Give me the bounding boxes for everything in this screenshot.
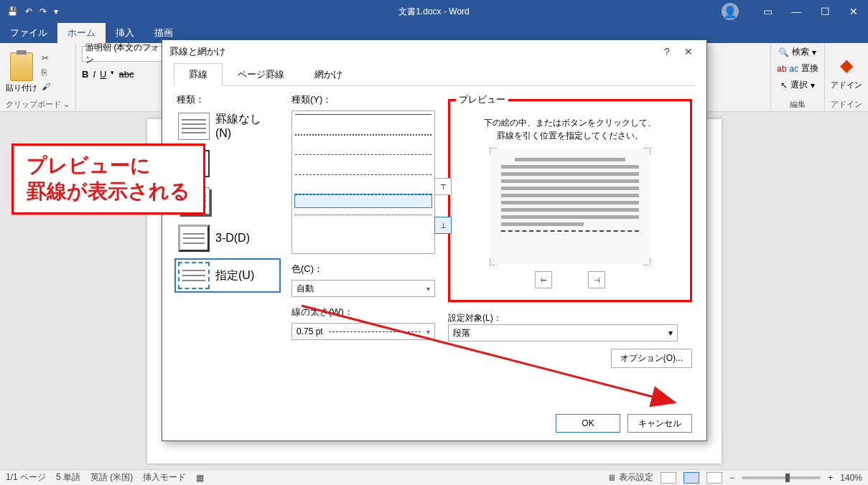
annotation-text: プレビューに 罫線が表示される bbox=[27, 153, 190, 205]
type-custom-icon bbox=[178, 262, 210, 289]
view-read-button[interactable] bbox=[661, 472, 676, 484]
undo-icon[interactable]: ↶ bbox=[25, 6, 32, 17]
annotation-callout: プレビューに 罫線が表示される bbox=[11, 143, 205, 215]
display-settings[interactable]: 🖥 表示設定 bbox=[607, 471, 653, 484]
zoom-percent[interactable]: 140% bbox=[840, 473, 862, 483]
clipboard-group: 貼り付け ✂ ⎘ 🖌 クリップボード ⌄ bbox=[0, 43, 76, 111]
dialog-title: 罫線と網かけ bbox=[169, 45, 225, 58]
dialog-close-button[interactable]: ✕ bbox=[678, 46, 699, 57]
tab-shading[interactable]: 網かけ bbox=[299, 63, 358, 85]
preview-top-border-button[interactable]: ⊤ bbox=[434, 178, 452, 195]
chevron-down-icon: ▾ bbox=[668, 328, 673, 338]
type-3d-icon bbox=[178, 225, 210, 252]
status-macro-icon[interactable]: ▦ bbox=[196, 473, 204, 483]
document-title: 文書1.docx - Word bbox=[398, 6, 469, 18]
title-bar: 💾 ↶ ↷ ▾ 文書1.docx - Word 👤 ▭ — ☐ ✕ bbox=[0, 0, 868, 23]
maximize-button[interactable]: ☐ bbox=[811, 0, 839, 23]
style-solid[interactable] bbox=[295, 114, 431, 127]
user-avatar-icon[interactable]: 👤 bbox=[722, 3, 739, 20]
zoom-slider[interactable] bbox=[742, 476, 821, 479]
cut-icon[interactable]: ✂ bbox=[42, 53, 50, 63]
close-button[interactable]: ✕ bbox=[839, 0, 868, 23]
status-mode[interactable]: 挿入モード bbox=[143, 471, 186, 484]
addin-group: ◆ アドイン アドイン bbox=[824, 43, 868, 111]
color-label: 色(C)： bbox=[291, 263, 435, 276]
tab-border[interactable]: 罫線 bbox=[174, 63, 223, 86]
editing-group: 🔍 検索 ▾ abac 置換 ↖ 選択 ▾ 編集 bbox=[770, 43, 824, 111]
dialog-tabs: 罫線 ページ罫線 網かけ bbox=[174, 63, 695, 86]
dialog-help-button[interactable]: ? bbox=[656, 46, 678, 57]
view-web-button[interactable] bbox=[706, 472, 722, 484]
tab-insert[interactable]: 挿入 bbox=[106, 23, 144, 43]
italic-button[interactable]: I bbox=[93, 69, 95, 80]
color-value: 自動 bbox=[297, 283, 314, 295]
line-style-list[interactable] bbox=[291, 110, 435, 254]
tab-page-border[interactable]: ページ罫線 bbox=[223, 63, 299, 85]
preview-group: プレビュー 下の絵の中、またはボタンをクリックして、 罫線を引く位置を指定してく… bbox=[448, 93, 692, 302]
type-custom-label: 指定(U) bbox=[215, 268, 254, 283]
qat-dropdown-icon[interactable]: ▾ bbox=[54, 6, 58, 17]
preview-canvas[interactable] bbox=[491, 149, 649, 264]
chevron-down-icon: ▾ bbox=[426, 328, 430, 336]
type-none-label: 罫線なし(N) bbox=[215, 112, 277, 140]
width-sample-line bbox=[329, 331, 421, 332]
type-3d-label: 3-D(D) bbox=[215, 232, 250, 245]
style-dashed[interactable] bbox=[295, 154, 431, 167]
status-words[interactable]: 5 単語 bbox=[56, 471, 80, 484]
paste-icon[interactable] bbox=[10, 52, 33, 81]
status-language[interactable]: 英語 (米国) bbox=[90, 471, 133, 484]
preview-left-border-button[interactable]: ⊢ bbox=[535, 271, 552, 288]
quick-access-toolbar: 💾 ↶ ↷ ▾ bbox=[0, 6, 58, 17]
bold-button[interactable]: B bbox=[82, 69, 88, 80]
type-none[interactable]: 罫線なし(N) bbox=[177, 110, 279, 141]
preview-hint: 下の絵の中、またはボタンをクリックして、 罫線を引く位置を指定してください。 bbox=[459, 116, 681, 142]
dialog-titlebar: 罫線と網かけ ? ✕ bbox=[162, 40, 706, 63]
replace-button[interactable]: abac 置換 bbox=[777, 62, 818, 75]
editing-group-label: 編集 bbox=[777, 99, 818, 110]
addin-icon[interactable]: ◆ bbox=[840, 55, 853, 75]
status-page[interactable]: 1/1 ページ bbox=[6, 471, 46, 484]
save-icon[interactable]: 💾 bbox=[7, 6, 18, 17]
font-name-combo[interactable]: 游明朝 (本文のフォン bbox=[82, 46, 168, 62]
minimize-button[interactable]: — bbox=[782, 0, 811, 23]
window-controls: 👤 ▭ — ☐ ✕ bbox=[722, 0, 868, 23]
copy-icon[interactable]: ⎘ bbox=[42, 67, 50, 77]
width-label: 線の太さ(W)： bbox=[291, 306, 435, 319]
view-print-button[interactable] bbox=[683, 472, 699, 484]
options-button[interactable]: オプション(O)... bbox=[611, 349, 692, 368]
preview-bottom-border-button[interactable]: ⊥ bbox=[434, 217, 452, 234]
paste-label[interactable]: 貼り付け bbox=[6, 83, 37, 93]
underline-dropdown-icon[interactable]: ▾ bbox=[111, 69, 114, 80]
preview-right-border-button[interactable]: ⊣ bbox=[588, 271, 605, 288]
tab-file[interactable]: ファイル bbox=[0, 23, 57, 43]
format-painter-icon[interactable]: 🖌 bbox=[42, 82, 50, 92]
type-custom[interactable]: 指定(U) bbox=[177, 260, 279, 291]
ribbon-display-button[interactable]: ▭ bbox=[753, 0, 782, 23]
zoom-in-button[interactable]: + bbox=[828, 473, 833, 483]
cancel-button[interactable]: キャンセル bbox=[627, 414, 692, 433]
width-combo[interactable]: 0.75 pt ▾ bbox=[291, 323, 435, 340]
addin-label[interactable]: アドイン bbox=[831, 80, 862, 90]
zoom-slider-thumb[interactable] bbox=[785, 474, 790, 482]
zoom-out-button[interactable]: − bbox=[729, 473, 734, 483]
redo-icon[interactable]: ↷ bbox=[39, 6, 47, 17]
style-dash-long[interactable] bbox=[295, 174, 431, 187]
type-3d[interactable]: 3-D(D) bbox=[177, 223, 279, 253]
underline-button[interactable]: U bbox=[100, 69, 106, 80]
find-button[interactable]: 🔍 検索 ▾ bbox=[778, 46, 816, 58]
select-button[interactable]: ↖ 選択 ▾ bbox=[780, 79, 815, 91]
color-combo[interactable]: 自動 ▾ bbox=[291, 280, 435, 297]
chevron-down-icon: ▾ bbox=[426, 285, 430, 293]
style-dotted[interactable] bbox=[295, 134, 431, 147]
tab-home[interactable]: ホーム bbox=[57, 23, 106, 43]
style-dash-dot-dot[interactable] bbox=[295, 215, 431, 227]
strike-button[interactable]: abc bbox=[118, 69, 134, 80]
preview-bottom-line bbox=[501, 230, 639, 232]
type-none-icon bbox=[178, 113, 210, 140]
apply-to-combo[interactable]: 段落 ▾ bbox=[448, 324, 678, 342]
style-dash-dot[interactable] bbox=[295, 194, 431, 207]
borders-shading-dialog: 罫線と網かけ ? ✕ 罫線 ページ罫線 網かけ 種類： 罫線なし(N) bbox=[162, 39, 707, 441]
preview-legend: プレビュー bbox=[456, 93, 508, 106]
dialog-footer: OK キャンセル bbox=[162, 406, 706, 441]
ok-button[interactable]: OK bbox=[556, 414, 620, 433]
